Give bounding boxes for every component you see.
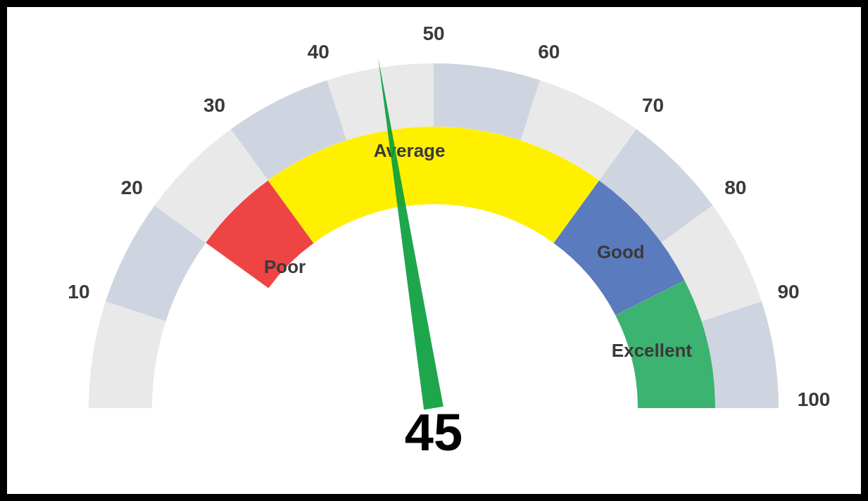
tick-label-60: 60 — [538, 41, 560, 63]
tick-label-30: 30 — [203, 94, 225, 116]
tick-label-90: 90 — [777, 281, 799, 303]
tick-label-20: 20 — [121, 177, 143, 198]
zone-label-good: Good — [597, 241, 645, 262]
tick-label-50: 50 — [422, 23, 444, 44]
gauge-chart: 102030405060708090100 PoorAverageGoodExc… — [0, 0, 868, 501]
gauge-value: 45 — [405, 403, 463, 462]
zone-label-poor: Poor — [264, 256, 306, 277]
outer-segment — [89, 302, 166, 408]
gauge-svg: 102030405060708090100 PoorAverageGoodExc… — [7, 7, 861, 494]
zone-label-average: Average — [374, 140, 446, 161]
tick-label-70: 70 — [642, 94, 664, 116]
tick-label-10: 10 — [68, 281, 89, 303]
tick-label-40: 40 — [308, 41, 329, 63]
tick-label-100: 100 — [798, 388, 831, 410]
tick-label-80: 80 — [724, 177, 746, 198]
zone-label-excellent: Excellent — [612, 340, 693, 361]
